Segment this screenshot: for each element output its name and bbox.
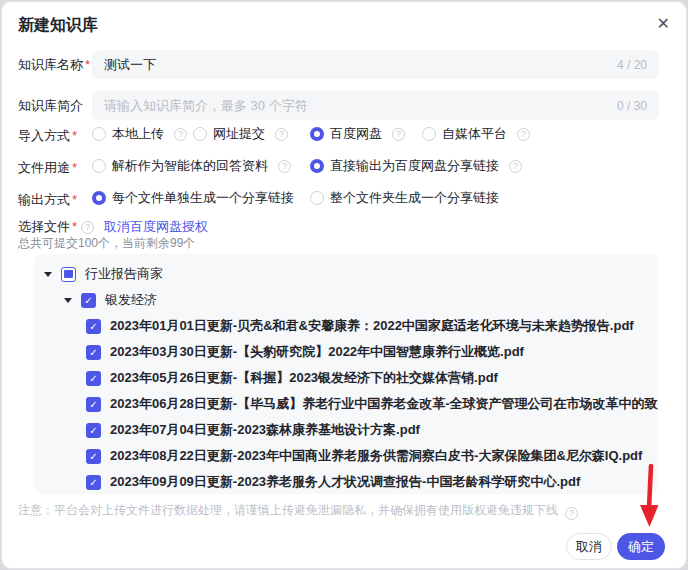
checkbox-checked[interactable]: ✓ (86, 449, 101, 464)
radio-link-per-file[interactable]: 每个文件单独生成一个分享链接 (92, 189, 310, 207)
dialog-title: 新建知识库 (18, 15, 98, 36)
radio-link-per-folder[interactable]: 整个文件夹生成一个分享链接 (310, 189, 499, 207)
radio-local-upload[interactable]: 本地上传 ? (92, 125, 193, 143)
tree-node-root[interactable]: 行业报告商家 (34, 261, 658, 287)
name-label: 知识库名称 (18, 56, 90, 74)
radio-baidu-netdisk[interactable]: 百度网盘 ? (310, 125, 422, 143)
close-icon[interactable]: ✕ (657, 14, 670, 34)
radio-icon (92, 159, 106, 173)
help-icon[interactable]: ? (81, 221, 94, 234)
create-knowledge-base-dialog: 新建知识库 ✕ 知识库名称 4 / 20 知识库简介 0 / 30 导入方式 本… (1, 1, 687, 569)
checkbox-checked[interactable]: ✓ (86, 423, 101, 438)
intro-label: 知识库简介 (18, 97, 83, 115)
caret-down-icon[interactable] (44, 272, 52, 277)
caret-down-icon[interactable] (64, 298, 72, 303)
tree-file-row[interactable]: ✓ 2023年09月09日更新-2023养老服务人才状况调查报告-中国老龄科学研… (34, 469, 658, 494)
radio-icon-selected (310, 159, 324, 173)
import-options: 本地上传 ? 网址提交 ? 百度网盘 ? 自媒体平台 ? (92, 125, 530, 143)
radio-url-submit[interactable]: 网址提交 ? (193, 125, 310, 143)
radio-icon (310, 191, 324, 205)
radio-icon (193, 127, 207, 141)
radio-output-share-link[interactable]: 直接输出为百度网盘分享链接 ? (310, 157, 522, 175)
tree-file-row[interactable]: ✓ 2023年05月26日更新-【科握】2023银发经济下的社交媒体营销.pdf (34, 365, 658, 391)
select-files-label: 选择文件 (18, 218, 77, 236)
help-icon[interactable]: ? (174, 128, 187, 141)
select-files-row: 选择文件 ? 取消百度网盘授权 (18, 218, 208, 236)
checkbox-indeterminate[interactable] (61, 267, 76, 282)
import-label: 导入方式 (18, 127, 77, 145)
help-icon[interactable]: ? (275, 128, 288, 141)
checkbox-checked[interactable]: ✓ (86, 345, 101, 360)
radio-self-media[interactable]: 自媒体平台 ? (422, 125, 530, 143)
tree-file-row[interactable]: ✓ 2023年01月01日更新-贝壳&和君&安馨康养：2022中国家庭适老化环境… (34, 313, 658, 339)
revoke-authorization-link[interactable]: 取消百度网盘授权 (104, 218, 208, 236)
output-label: 输出方式 (18, 191, 77, 209)
tree-file-row[interactable]: ✓ 2023年08月22日更新-2023年中国商业养老服务供需洞察白皮书-大家保… (34, 443, 658, 469)
checkbox-checked[interactable]: ✓ (86, 371, 101, 386)
tree-file-row[interactable]: ✓ 2023年07月04日更新-2023森林康养基地设计方案.pdf (34, 417, 658, 443)
usage-label: 文件用途 (18, 159, 77, 177)
confirm-button[interactable]: 确定 (617, 533, 665, 560)
privacy-note: 注意：平台会对上传文件进行数据处理，请谨慎上传避免泄漏隐私，并确保拥有使用版权避… (18, 502, 578, 520)
checkbox-checked[interactable]: ✓ (86, 397, 101, 412)
radio-icon (422, 127, 436, 141)
intro-counter: 0 / 30 (617, 99, 647, 113)
tree-file-row[interactable]: ✓ 2023年06月28日更新-【毕马威】养老行业中国养老金改革-全球资产管理公… (34, 391, 658, 417)
help-icon[interactable]: ? (517, 128, 530, 141)
radio-parse-as-agent-material[interactable]: 解析作为智能体的回答资料 ? (92, 157, 310, 175)
help-icon[interactable]: ? (565, 507, 578, 520)
checkbox-checked[interactable]: ✓ (86, 319, 101, 334)
radio-icon-selected (92, 191, 106, 205)
intro-input[interactable] (104, 98, 609, 113)
name-input[interactable] (104, 57, 609, 72)
tree-file-row[interactable]: ✓ 2023年03月30日更新-【头豹研究院】2022年中国智慧康养行业概览.p… (34, 339, 658, 365)
checkbox-checked[interactable]: ✓ (86, 475, 101, 490)
cancel-button[interactable]: 取消 (566, 533, 612, 560)
quota-text: 总共可提交100个，当前剩余99个 (18, 235, 195, 252)
radio-icon (92, 127, 106, 141)
radio-icon-selected (310, 127, 324, 141)
help-icon[interactable]: ? (278, 160, 291, 173)
name-counter: 4 / 20 (617, 58, 647, 72)
output-options: 每个文件单独生成一个分享链接 整个文件夹生成一个分享链接 (92, 189, 499, 207)
checkbox-checked[interactable]: ✓ (81, 293, 96, 308)
help-icon[interactable]: ? (509, 160, 522, 173)
usage-options: 解析作为智能体的回答资料 ? 直接输出为百度网盘分享链接 ? (92, 157, 522, 175)
tree-node-group[interactable]: ✓ 银发经济 (34, 287, 658, 313)
file-tree-panel: 行业报告商家 ✓ 银发经济 ✓ 2023年01月01日更新-贝壳&和君&安馨康养… (34, 254, 658, 494)
intro-field: 0 / 30 (92, 91, 659, 120)
name-field: 4 / 20 (92, 50, 659, 79)
help-icon[interactable]: ? (392, 128, 405, 141)
